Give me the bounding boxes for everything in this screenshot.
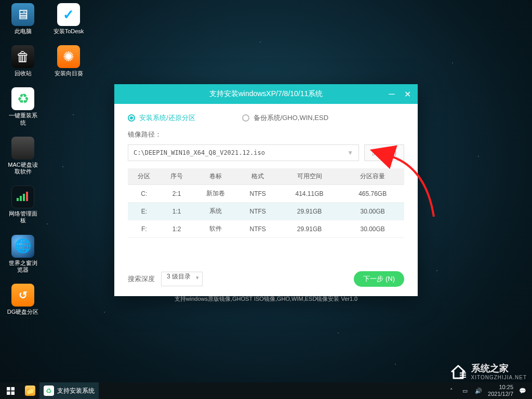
- window-controls: ─ ✕: [384, 84, 415, 104]
- radio-install-restore[interactable]: 安装系统/还原分区: [128, 113, 195, 123]
- taskbar-app-label: 支持安装系统: [57, 387, 95, 395]
- house-icon: [449, 363, 467, 380]
- radio-backup[interactable]: 备份系统/GHO,WIN,ESD: [242, 113, 328, 123]
- image-path-label: 镜像路径：: [128, 130, 404, 139]
- table-cell: F:: [128, 220, 161, 238]
- taskbar-file-explorer[interactable]: 📁: [21, 382, 39, 399]
- table-cell: 29.91GB: [278, 220, 341, 238]
- table-cell: E:: [128, 203, 161, 220]
- chevron-down-icon[interactable]: ▼: [347, 149, 353, 156]
- table-cell: 30.00GB: [341, 203, 404, 220]
- svg-rect-0: [17, 198, 19, 201]
- table-cell: 465.76GB: [341, 185, 404, 203]
- table-cell: 1:2: [161, 220, 193, 238]
- taskbar-clock[interactable]: 10:25 2021/12/7: [488, 384, 513, 397]
- taskbar-app-installer[interactable]: ♻ 支持安装系统: [39, 382, 99, 399]
- tray-ime-icon[interactable]: ▭: [461, 387, 469, 395]
- dialog-footer-note: 支持windows原版镜像,GHOST ISO镜像,GHO,WIM,ESD镜像安…: [128, 295, 404, 303]
- icon-label: DG硬盘分区: [7, 309, 39, 315]
- radio-label: 安装系统/还原分区: [139, 113, 195, 123]
- taskbar: 📁 ♻ 支持安装系统 ˄ ▭ 🔊 10:25 2021/12/7 💬: [0, 382, 532, 399]
- close-button[interactable]: ✕: [400, 87, 415, 101]
- next-button[interactable]: 下一步 (N): [354, 271, 404, 287]
- start-button[interactable]: [0, 382, 21, 399]
- desktop-icon-this-pc[interactable]: 🖥 此电脑: [6, 3, 39, 35]
- table-cell: 2:1: [161, 185, 193, 203]
- search-depth-label: 搜索深度: [128, 274, 155, 284]
- table-cell: 1:1: [161, 203, 193, 220]
- trash-icon: 🗑: [11, 45, 34, 68]
- partition-table: 分区 序号 卷标 格式 可用空间 分区容量 C:2:1新加卷NTFS414.11…: [128, 168, 404, 238]
- clock-time: 10:25: [488, 384, 513, 391]
- svg-rect-6: [7, 391, 10, 395]
- svg-rect-2: [23, 194, 25, 201]
- browse-button[interactable]: 浏览 (B): [364, 144, 404, 161]
- table-row[interactable]: E:1:1系统NTFS29.91GB30.00GB: [128, 203, 404, 220]
- icon-label: 此电脑: [15, 28, 32, 35]
- table-cell: C:: [128, 185, 161, 203]
- col-index: 序号: [161, 168, 193, 185]
- col-partition: 分区: [128, 168, 161, 185]
- tray-chevron-icon[interactable]: ˄: [447, 387, 456, 395]
- search-depth-select[interactable]: 3 级目录: [161, 272, 203, 286]
- radio-label: 备份系统/GHO,WIN,ESD: [254, 113, 328, 123]
- dg-icon: ↺: [11, 284, 34, 307]
- table-cell: 软件: [193, 220, 237, 238]
- desktop-icons: 🖥 此电脑 ✓ 安装ToDesk 🗑 回收站 ✺ 安装向日葵 ♻ 一键重装系统: [6, 3, 85, 315]
- leaf-icon: ♻: [44, 385, 54, 396]
- dialog-body: 安装系统/还原分区 备份系统/GHO,WIN,ESD 镜像路径： C:\DEEP…: [114, 104, 418, 308]
- desktop-icon-net-panel[interactable]: 网络管理面板: [6, 185, 39, 224]
- table-cell: 30.00GB: [341, 220, 404, 238]
- icon-label: MAC硬盘读取软件: [6, 162, 39, 175]
- dialog-title: 支持安装windowsXP/7/8/10/11系统: [209, 89, 323, 99]
- desktop-icon-mac-disk[interactable]: MAC硬盘读取软件: [6, 137, 39, 175]
- tray-volume-icon[interactable]: 🔊: [474, 387, 483, 395]
- dialog-titlebar[interactable]: 支持安装windowsXP/7/8/10/11系统 ─ ✕: [114, 84, 418, 104]
- desktop-icon-world-browser[interactable]: 🌐 世界之窗浏览器: [6, 235, 39, 273]
- watermark: 系统之家 XITONGZHIJIA.NET: [449, 362, 527, 380]
- svg-rect-4: [7, 387, 10, 391]
- search-depth-group: 搜索深度 3 级目录: [128, 272, 203, 286]
- table-row[interactable]: F:1:2软件NTFS29.91GB30.00GB: [128, 220, 404, 238]
- watermark-sub: XITONGZHIJIA.NET: [471, 375, 527, 380]
- table-cell: 新加卷: [193, 185, 237, 203]
- icon-label: 安装ToDesk: [54, 28, 84, 35]
- sunflower-icon: ✺: [57, 45, 80, 68]
- table-header-row: 分区 序号 卷标 格式 可用空间 分区容量: [128, 168, 404, 185]
- leaf-icon: ♻: [11, 87, 34, 110]
- svg-rect-1: [20, 196, 22, 201]
- tray-notifications-icon[interactable]: 💬: [518, 387, 527, 395]
- desktop: 🖥 此电脑 ✓ 安装ToDesk 🗑 回收站 ✺ 安装向日葵 ♻ 一键重装系统: [0, 0, 532, 399]
- radio-dot-icon: [242, 114, 249, 122]
- col-label: 卷标: [193, 168, 237, 185]
- table-cell: NTFS: [238, 185, 278, 203]
- desktop-icon-todesk[interactable]: ✓ 安装ToDesk: [52, 3, 85, 35]
- table-cell: NTFS: [238, 220, 278, 238]
- image-path-value: C:\DEEPIN_WIN10_X64_Q8_V2021.12.iso: [134, 149, 347, 156]
- windows-icon: [7, 387, 15, 395]
- svg-rect-7: [11, 391, 15, 395]
- desktop-icon-dg-partition[interactable]: ↺ DG硬盘分区: [6, 284, 39, 315]
- col-size: 分区容量: [341, 168, 404, 185]
- desktop-icon-recycle-bin[interactable]: 🗑 回收站: [6, 45, 39, 77]
- todesk-icon: ✓: [57, 3, 80, 26]
- minimize-button[interactable]: ─: [384, 87, 399, 101]
- desktop-icon-reinstall[interactable]: ♻ 一键重装系统: [6, 87, 39, 126]
- clock-date: 2021/12/7: [488, 391, 513, 397]
- col-format: 格式: [238, 168, 278, 185]
- monitor-icon: 🖥: [11, 3, 34, 26]
- icon-label: 安装向日葵: [55, 70, 83, 77]
- install-dialog: 支持安装windowsXP/7/8/10/11系统 ─ ✕ 安装系统/还原分区 …: [114, 84, 418, 296]
- mode-radio-group: 安装系统/还原分区 备份系统/GHO,WIN,ESD: [128, 113, 404, 123]
- table-cell: 414.11GB: [278, 185, 341, 203]
- table-row[interactable]: C:2:1新加卷NTFS414.11GB465.76GB: [128, 185, 404, 203]
- network-icon: [11, 185, 34, 208]
- icon-label: 网络管理面板: [6, 210, 39, 224]
- desktop-icon-sunflower[interactable]: ✺ 安装向日葵: [52, 45, 85, 77]
- folder-icon: 📁: [25, 385, 35, 396]
- system-tray: ˄ ▭ 🔊 10:25 2021/12/7 💬: [447, 384, 532, 397]
- image-path-combo[interactable]: C:\DEEPIN_WIN10_X64_Q8_V2021.12.iso ▼: [128, 144, 359, 161]
- col-free: 可用空间: [278, 168, 341, 185]
- svg-rect-5: [11, 387, 15, 391]
- icon-label: 世界之窗浏览器: [6, 260, 39, 273]
